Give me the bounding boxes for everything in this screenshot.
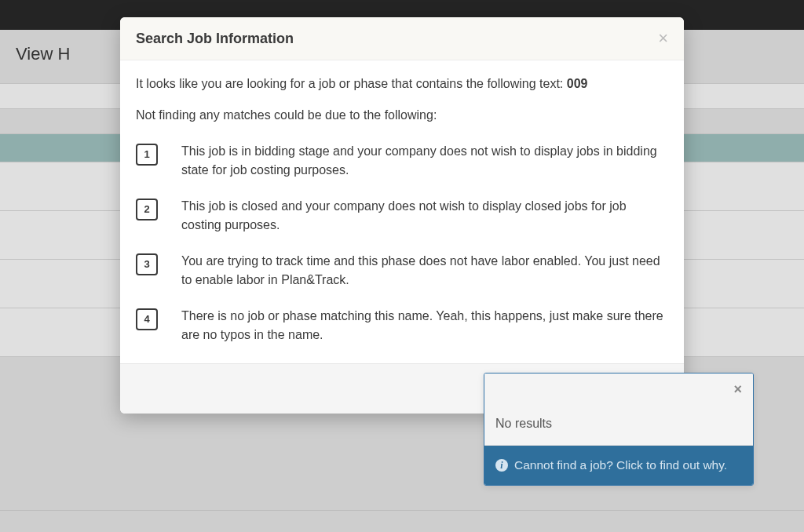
reason-text: This job is closed and your company does… — [181, 197, 668, 235]
job-search-dropdown: × No results i Cannot find a job? Click … — [484, 373, 754, 486]
info-icon: i — [495, 459, 508, 472]
modal-intro: It looks like you are looking for a job … — [136, 75, 668, 93]
close-icon[interactable]: × — [658, 30, 668, 47]
modal-subintro: Not finding any matches could be due to … — [136, 106, 668, 125]
reason-item: 3 You are trying to track time and this … — [136, 252, 668, 290]
cannot-find-job-link[interactable]: i Cannot find a job? Click to find out w… — [484, 446, 753, 485]
helper-text: Cannot find a job? Click to find out why… — [514, 458, 727, 472]
modal-header: Search Job Information × — [120, 17, 684, 60]
reason-list: 1 This job is in bidding stage and your … — [136, 142, 668, 344]
reason-item: 4 There is no job or phase matching this… — [136, 307, 668, 344]
dropdown-header: × — [484, 373, 753, 406]
search-job-info-modal: Search Job Information × It looks like y… — [120, 17, 684, 414]
reason-item: 2 This job is closed and your company do… — [136, 197, 668, 235]
reason-item: 1 This job is in bidding stage and your … — [136, 142, 668, 180]
reason-number-box: 3 — [136, 253, 158, 275]
reason-text: This job is in bidding stage and your co… — [181, 142, 668, 180]
modal-title: Search Job Information — [136, 31, 294, 47]
reason-text: There is no job or phase matching this n… — [181, 307, 668, 344]
modal-body: It looks like you are looking for a job … — [120, 60, 684, 363]
search-term: 009 — [567, 77, 588, 90]
no-results-text: No results — [484, 406, 753, 446]
reason-text: You are trying to track time and this ph… — [181, 252, 668, 290]
reason-number-box: 4 — [136, 308, 158, 330]
modal-intro-text: It looks like you are looking for a job … — [136, 77, 567, 90]
reason-number-box: 1 — [136, 144, 158, 166]
reason-number-box: 2 — [136, 199, 158, 220]
close-icon[interactable]: × — [733, 381, 742, 398]
